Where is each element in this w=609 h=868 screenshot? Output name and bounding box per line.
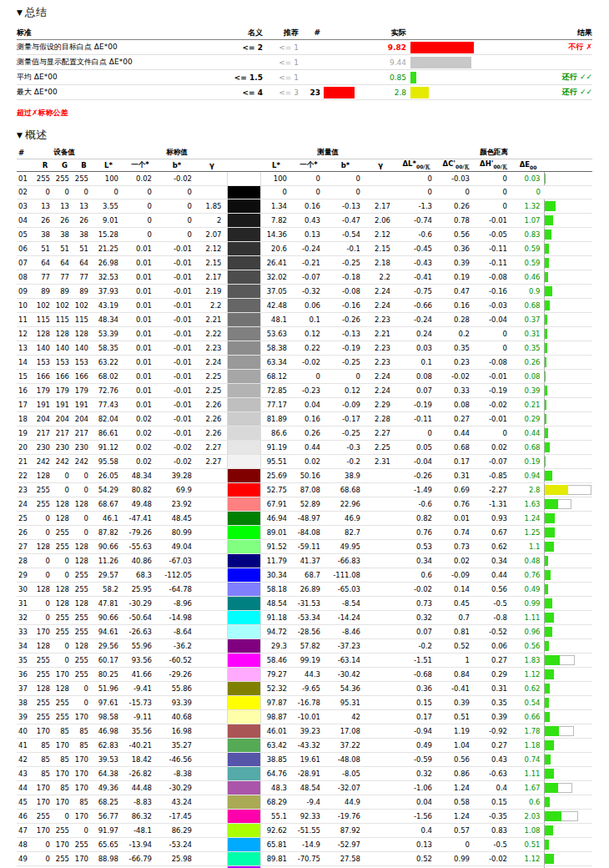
patch-row: 3317025525594.61-26.63-8.6494.72-28.56-8… (17, 624, 592, 638)
patch-row: 1617917917972.760.01-0.012.2572.85-0.230… (17, 383, 592, 397)
measured-bstar-cell: 37.22 (325, 738, 365, 752)
measured-bstar-cell: 95.31 (325, 695, 365, 709)
nominal-bstar-cell: 0 (157, 227, 197, 241)
device-g-cell: 230 (55, 440, 74, 454)
color-swatch (227, 341, 260, 355)
overview-title: 概述 (25, 128, 47, 143)
nominal-bstar-cell: -14.98 (157, 610, 197, 624)
color-swatch (227, 709, 260, 724)
color-swatch (227, 752, 260, 766)
overview-section-header[interactable]: ▼ 概述 (17, 128, 592, 143)
patch-row: 0764646426.980.01-0.012.1526.41-0.21-0.2… (17, 255, 592, 270)
measured-gamma-cell: 2.25 (365, 440, 395, 454)
delta-h-cell: 0 (475, 171, 512, 185)
delta-h-cell: -0.5 (475, 596, 512, 610)
bar-wrap (545, 313, 593, 326)
measured-bstar-cell: -0.25 (325, 355, 365, 369)
measured-lstar-cell: 20.6 (260, 241, 292, 255)
measured-lstar-cell: 63.42 (260, 738, 292, 752)
delta-c-cell: 0.44 (437, 426, 475, 440)
nominal-bstar-cell: -0.01 (157, 355, 197, 369)
col-header-delta-c: ΔC'00/瓦 (437, 159, 475, 171)
nominal-bstar-cell: -0.02 (157, 171, 197, 185)
delta-e-bar (545, 825, 554, 835)
device-b-cell: 85 (74, 738, 93, 752)
measured-lstar-cell: 11.79 (260, 553, 292, 568)
nominal-lstar-cell: 46.98 (93, 724, 123, 738)
delta-h-cell: 0 (475, 185, 512, 199)
nominal-astar-cell: 0.02 (123, 171, 157, 185)
nominal-astar-cell: 0 (123, 227, 157, 241)
device-r-cell: 0 (35, 553, 55, 568)
delta-e-bar (545, 698, 549, 708)
delta-e-bar-cell (544, 823, 592, 837)
measured-astar-cell: 0 (292, 369, 325, 383)
delta-e-cell: 2.8 (512, 482, 544, 497)
bar-wrap (545, 568, 593, 582)
color-swatch (227, 795, 260, 809)
bar-wrap (545, 341, 593, 355)
device-b-cell: 38 (74, 227, 93, 241)
delta-e-cell: 1.11 (512, 610, 544, 624)
nominal-bstar-cell: 0 (157, 199, 197, 213)
delta-e-cell: 0.39 (512, 383, 544, 397)
device-g-cell: 170 (55, 766, 74, 780)
nominal-bstar-cell: -0.02 (157, 454, 197, 468)
device-g-cell: 38 (55, 227, 74, 241)
measured-gamma-cell: 2.29 (365, 397, 395, 411)
delta-c-cell: 0.58 (437, 795, 475, 809)
measured-lstar-cell: 65.81 (260, 837, 292, 851)
delta-l-cell: 0.76 (395, 525, 437, 539)
actual-value: 0.85 (359, 73, 410, 82)
delta-h-cell: 0.34 (475, 553, 512, 568)
delta-e-cell: 1.07 (512, 213, 544, 227)
measured-bstar-cell: -63.14 (325, 653, 365, 667)
patch-number-cell: 36 (17, 667, 35, 681)
summary-table: 标准 名义 推荐 # 实际 结果 测量与假设的目标白点 ΔE*00<= 2<= … (17, 26, 592, 100)
delta-c-cell: 0.84 (437, 667, 475, 681)
device-r-cell: 0 (35, 525, 55, 539)
device-b-cell: 0 (74, 185, 93, 199)
summary-section-header[interactable]: ▼ 总结 (17, 5, 592, 20)
device-r-cell: 0 (35, 610, 55, 624)
device-g-cell: 0 (55, 638, 74, 653)
measured-lstar-cell: 48.1 (260, 312, 292, 326)
color-swatch (227, 213, 260, 227)
measured-astar-cell: -59.11 (292, 539, 325, 553)
delta-h-cell: 0 (475, 341, 512, 355)
delta-h-cell: -0.04 (475, 312, 512, 326)
measured-lstar-cell: 79.27 (260, 667, 292, 681)
bar-wrap (545, 327, 593, 341)
delta-e-bar-cell (544, 213, 592, 227)
device-g-cell: 255 (55, 539, 74, 553)
nominal-astar-cell: 0.01 (123, 312, 157, 326)
measured-lstar-cell: 64.76 (260, 766, 292, 780)
delta-l-cell: 0.17 (395, 709, 437, 724)
patch-row: 2023023023091.120.02-0.022.2791.190.44-0… (17, 440, 592, 454)
device-b-cell: 255 (74, 624, 93, 638)
delta-e-bar-cell (544, 426, 592, 440)
col-header-measured-gamma: γ (365, 159, 395, 171)
delta-c-cell: 0.69 (437, 482, 475, 497)
device-b-cell: 255 (74, 653, 93, 667)
delta-e-cell: 1.24 (512, 511, 544, 525)
measured-bstar-cell: 0 (325, 369, 365, 383)
patch-number-cell: 43 (17, 766, 35, 780)
measured-astar-cell: -70.75 (292, 851, 325, 865)
delta-e-bar-cell (544, 411, 592, 426)
max-patch-swatch (324, 87, 355, 98)
color-swatch (227, 809, 260, 823)
nominal-bstar-cell: 80.99 (157, 525, 197, 539)
nominal-bstar-cell: 93.39 (157, 695, 197, 709)
delta-e-bar (545, 300, 551, 310)
measured-gamma-cell: 2.28 (365, 411, 395, 426)
device-b-cell: 255 (74, 610, 93, 624)
measured-gamma-cell: 2.23 (365, 341, 395, 355)
delta-e-bar (545, 584, 549, 594)
device-g-cell: 26 (55, 213, 74, 227)
device-b-cell: 170 (74, 851, 93, 865)
bar-wrap (545, 512, 593, 525)
nominal-bstar-cell: -0.01 (157, 241, 197, 255)
delta-e-cell: 0.68 (512, 298, 544, 312)
measured-lstar-cell: 91.19 (260, 440, 292, 454)
